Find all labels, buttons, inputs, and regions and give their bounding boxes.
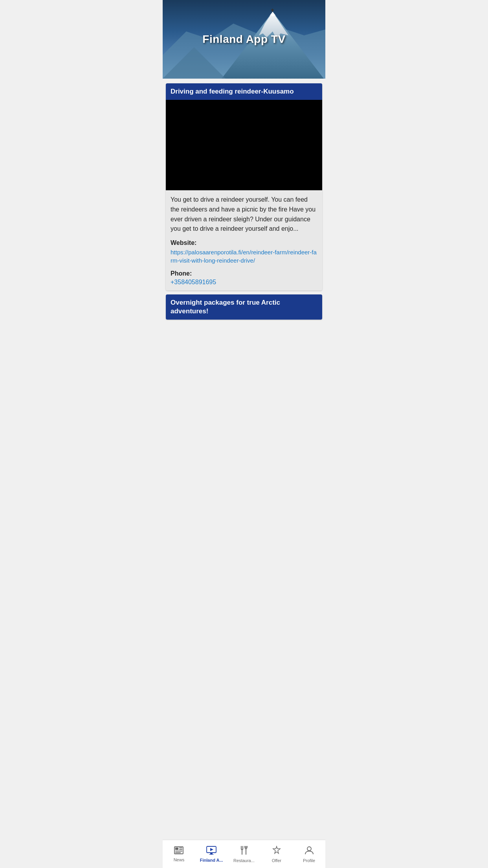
website-label: Website:	[171, 239, 317, 246]
video-card-2: Overnight packages for true Arctic adven…	[166, 294, 322, 320]
website-section: Website: https://palosaarenporotila.fi/e…	[171, 239, 317, 265]
card-description-1: You get to drive a reindeer yourself. Yo…	[166, 190, 322, 291]
phone-section: Phone: +358405891695	[171, 270, 317, 286]
content-area: Driving and feeding reindeer-Kuusamo You…	[163, 79, 325, 351]
card-body-text: You get to drive a reindeer yourself. Yo…	[171, 195, 317, 234]
card-title-2: Overnight packages for true Arctic adven…	[171, 298, 317, 316]
hero-section: Finland App TV	[163, 0, 325, 79]
video-card-1: Driving and feeding reindeer-Kuusamo You…	[166, 83, 322, 291]
video-player[interactable]	[166, 100, 322, 190]
card-title-bar-1: Driving and feeding reindeer-Kuusamo	[166, 83, 322, 100]
hero-title: Finland App TV	[202, 33, 285, 46]
website-link[interactable]: https://palosaarenporotila.fi/en/reindee…	[171, 248, 317, 265]
card-title-bar-2: Overnight packages for true Arctic adven…	[166, 294, 322, 320]
card-title-1: Driving and feeding reindeer-Kuusamo	[171, 87, 317, 96]
svg-rect-2	[271, 9, 274, 11]
phone-link[interactable]: +358405891695	[171, 279, 317, 286]
phone-label: Phone:	[171, 270, 317, 277]
